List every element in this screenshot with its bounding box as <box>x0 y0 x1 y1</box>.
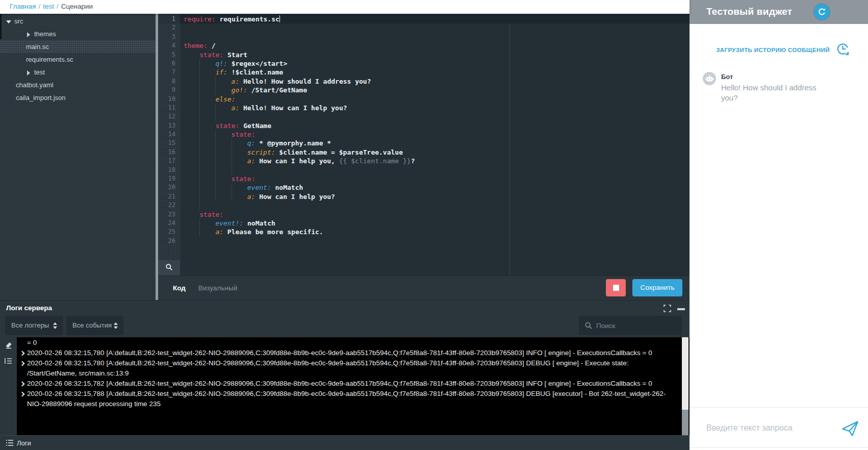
arrow-up-icon <box>114 322 118 325</box>
clear-logs-icon[interactable] <box>5 341 13 351</box>
tree-item[interactable]: test <box>0 66 156 79</box>
line-number: 24 <box>158 219 180 228</box>
code-line[interactable]: 25a: Please be more specific. <box>158 228 690 236</box>
code-line[interactable]: 1require: requirements.sc <box>158 15 690 23</box>
tree-scrollbar[interactable] <box>0 14 2 39</box>
tree-item[interactable]: requirements.sc <box>0 53 156 66</box>
chevron-right-icon[interactable] <box>20 348 27 358</box>
code-token: state: <box>215 122 239 130</box>
editor-tab-1[interactable]: Визуальный <box>198 276 237 300</box>
code-line[interactable]: 8a: Hello! How should I address you? <box>158 77 690 86</box>
logs-bottom-label[interactable]: Логи <box>17 439 31 447</box>
log-scrollbar[interactable] <box>682 337 688 435</box>
test-widget-panel: Тестовый виджет ЗАГРУЗИТЬ ИСТОРИЮ СООБЩЕ… <box>690 0 868 450</box>
restart-widget-button[interactable] <box>814 4 830 20</box>
chevron-right-icon[interactable] <box>27 70 30 76</box>
tree-item[interactable]: themes <box>0 28 156 40</box>
code-token: noMatch <box>271 184 303 191</box>
editor-search-button[interactable] <box>158 260 180 276</box>
log-scrollbar-thumb[interactable] <box>682 410 688 435</box>
save-button[interactable]: Сохранить <box>632 279 682 296</box>
indent-guide <box>184 219 199 228</box>
chevron-right-icon[interactable] <box>27 32 30 37</box>
code-line[interactable]: 5state: Start <box>158 51 690 59</box>
chat-input[interactable] <box>706 418 836 438</box>
code-line[interactable]: 16script: $client.name = $parseTree.valu… <box>158 148 690 157</box>
code-line[interactable]: 2 <box>158 23 690 32</box>
tree-item[interactable]: main.sc <box>0 40 156 53</box>
breadcrumb-link[interactable]: test <box>43 3 54 10</box>
code-token: event!: <box>215 219 243 227</box>
scroll-lock-icon[interactable] <box>5 357 13 366</box>
indent-guide <box>215 174 231 183</box>
code-line-content <box>180 33 690 41</box>
logs-filter-dropdown[interactable]: Все события <box>66 316 123 335</box>
code-token: state: <box>199 211 223 218</box>
code-line[interactable]: 17a: How can I help you, {{ $client.name… <box>158 157 690 165</box>
code-line[interactable]: 4theme: / <box>158 41 690 50</box>
code-line[interactable]: 23state: <box>158 210 690 219</box>
code-line[interactable]: 14state: <box>158 130 690 139</box>
indent-guide <box>199 112 215 121</box>
code-line[interactable]: 7if: !$client.name <box>158 68 690 77</box>
code-line-content: q: * @pymorphy.name * <box>180 139 690 147</box>
workspace-region: Главная/test/Сценарии srcthemesmain.scre… <box>0 0 690 450</box>
indent-guide <box>199 130 215 139</box>
chevron-down-icon[interactable] <box>6 20 11 23</box>
tree-item-label: themes <box>34 30 56 38</box>
logs-filter-dropdown[interactable]: Все логгеры <box>5 316 63 335</box>
code-line[interactable]: 21a: How can I help you? <box>158 192 690 201</box>
chevron-right-icon[interactable] <box>20 358 27 379</box>
tree-item[interactable]: src <box>0 15 156 28</box>
code-token: a: <box>215 228 223 236</box>
code-line-content: theme: / <box>180 41 690 50</box>
code-line[interactable]: 20event: noMatch <box>158 183 690 192</box>
line-number: 12 <box>158 112 180 121</box>
stop-button[interactable] <box>606 279 626 296</box>
code-line-content: state: GetName <box>180 121 690 130</box>
code-line[interactable]: 13state: GetName <box>158 121 690 130</box>
code-token: Hello! How should I address you? <box>239 78 371 85</box>
load-history-link[interactable]: ЗАГРУЗИТЬ ИСТОРИЮ СООБЩЕНИЙ <box>716 42 851 58</box>
code-line[interactable]: 11a: Hello! How can I help you? <box>158 104 690 112</box>
code-line[interactable]: 9go!: /Start/GetName <box>158 86 690 94</box>
indent-guide <box>199 95 215 104</box>
list-icon <box>6 440 13 446</box>
code-line[interactable]: 26 <box>158 237 690 245</box>
chevron-right-icon[interactable] <box>20 389 27 409</box>
code-token: ? <box>411 157 415 165</box>
chevron-right-icon[interactable] <box>20 379 27 389</box>
code-line-content <box>180 166 690 174</box>
line-number: 14 <box>158 130 180 139</box>
code-token: a: <box>247 157 256 165</box>
code-token: a: <box>232 104 240 112</box>
code-line[interactable]: 15q: * @pymorphy.name * <box>158 139 690 147</box>
code-line[interactable]: 22 <box>158 201 690 210</box>
code-line[interactable]: 10else: <box>158 95 690 104</box>
tree-item[interactable]: caila_import.json <box>0 91 156 104</box>
indent-guide <box>215 192 231 201</box>
code-line[interactable]: 6q!: $regex</start> <box>158 59 690 68</box>
code-line[interactable]: 12 <box>158 112 690 121</box>
code-token: How can I help you, <box>255 157 339 165</box>
code-line[interactable]: 18 <box>158 166 690 174</box>
code-line[interactable]: 19state: <box>158 174 690 183</box>
line-number: 20 <box>158 183 180 192</box>
tree-item[interactable]: chatbot.yaml <box>0 79 156 91</box>
logs-search-input[interactable] <box>596 316 678 335</box>
code-line[interactable]: 3 <box>158 33 690 41</box>
code-line-content: state: <box>180 210 690 219</box>
send-button[interactable] <box>839 417 861 439</box>
line-number: 25 <box>158 228 180 236</box>
logs-bottom-bar: Логи <box>0 435 690 450</box>
code-token: state: <box>232 175 256 183</box>
indent-guide <box>199 68 215 77</box>
fullscreen-icon[interactable] <box>663 305 671 312</box>
minimize-icon[interactable] <box>677 308 685 310</box>
breadcrumb-link[interactable]: Главная <box>10 3 36 10</box>
editor-tab-0[interactable]: Код <box>173 276 186 300</box>
code-token: How can I help you? <box>255 193 335 201</box>
code-line[interactable]: 24event!: noMatch <box>158 219 690 228</box>
tree-item-label: test <box>34 68 45 76</box>
code-area[interactable]: 1require: requirements.sc234theme: /5sta… <box>158 14 690 276</box>
